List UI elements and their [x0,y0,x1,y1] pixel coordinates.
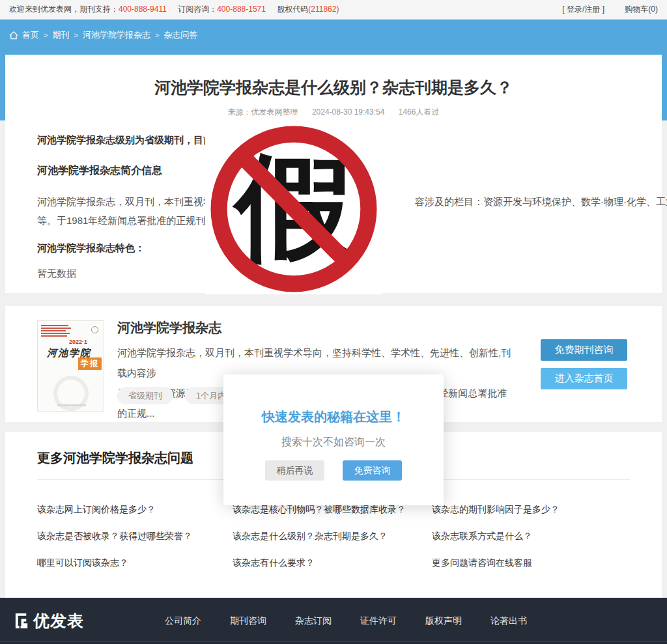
article-source: 来源：优发表网整理 [228,107,298,117]
article-meta: 来源：优发表网整理 2024-08-30 19:43:54 1466人看过 [5,107,662,118]
consult-popup: 快速发表的秘籍在这里！ 搜索十次不如咨询一次 稍后再说 免费咨询 [223,374,444,505]
question-link[interactable]: 该杂志网上订阅价格是多少？ [37,504,233,516]
login-register-link[interactable]: [ 登录/注册 ] [562,5,604,14]
cover-decoration-lines [41,325,71,338]
support-phone: 400-888-9411 [119,5,167,14]
breadcrumb-journals[interactable]: 期刊 [52,29,69,41]
enter-journal-home-button[interactable]: 进入杂志首页 [541,368,627,389]
cover-emblem-icon [91,326,98,333]
footer-link-about[interactable]: 公司简介 [165,615,201,627]
footer: 优发表 公司简介 期刊咨询 杂志订阅 证件许可 版权声明 论著出书 [0,598,667,644]
page: 欢迎来到优发表网，期刊支持：400-888-9411 订阅咨询：400-888-… [0,0,667,644]
subscribe-label: 订阅咨询： [178,5,217,14]
footer-link-publish-book[interactable]: 论著出书 [490,615,527,627]
footer-link-copyright[interactable]: 版权声明 [425,615,462,627]
journal-cover-image[interactable]: 2022·1 河池学院 学报 [37,320,104,412]
fake-stamp-image: 假 [205,124,382,294]
breadcrumb-separator: > [155,31,159,39]
subscribe-phone: 400-888-1571 [217,5,266,14]
breadcrumb-separator: > [44,31,48,39]
question-link[interactable]: 该杂志是否被收录？获得过哪些荣誉？ [37,531,233,542]
article-views: 1466人看过 [399,107,440,117]
breadcrumb-home[interactable]: 首页 [22,29,39,41]
stock-code: (211862) [308,5,339,14]
question-link[interactable]: 该杂志的期刊影响因子是多少？ [432,504,630,516]
question-link[interactable]: 哪里可以订阅该杂志？ [37,557,233,569]
cart-link[interactable]: 购物车(0) [625,5,658,14]
article-datetime: 2024-08-30 19:43:54 [312,107,384,117]
question-link[interactable]: 该杂志有什么要求？ [233,557,432,569]
question-link[interactable]: 该杂志是什么级别？杂志刊期是多久？ [233,531,432,542]
free-consult-button[interactable]: 免费期刊咨询 [541,339,627,361]
footer-nav: 公司简介 期刊咨询 杂志订阅 证件许可 版权声明 论著出书 [165,615,527,627]
footer-divider [0,641,667,642]
youfabiao-logo-icon [13,612,31,630]
footer-link-license[interactable]: 证件许可 [360,615,397,627]
question-link[interactable]: 更多问题请咨询在线客服 [432,557,630,569]
later-button[interactable]: 稍后再说 [265,460,324,481]
question-link[interactable]: 该杂志联系方式是什么？ [432,531,630,542]
home-icon [9,31,18,40]
popup-subtitle: 搜索十次不如咨询一次 [223,436,444,449]
breadcrumb: 首页 > 期刊 > 河池学院学报杂志 > 杂志问答 [9,29,667,41]
footer-link-journal-consult[interactable]: 期刊咨询 [230,615,266,627]
popup-title: 快速发表的秘籍在这里！ [223,408,444,426]
free-consult-popup-button[interactable]: 免费咨询 [343,460,402,481]
cover-badge: 学报 [78,357,102,370]
popup-buttons: 稍后再说 免费咨询 [223,460,444,481]
article-panel: 河池学院学报杂志是什么级别？杂志刊期是多久？ 来源：优发表网整理 2024-08… [5,55,662,293]
site-logo[interactable]: 优发表 [13,610,84,632]
breadcrumb-current[interactable]: 杂志问答 [163,29,197,41]
cover-issue: 2022·1 [69,339,87,345]
breadcrumb-journal-name[interactable]: 河池学院学报杂志 [83,29,150,41]
cover-footer-mark [57,404,86,406]
question-link[interactable]: 该杂志是核心刊物吗？被哪些数据库收录？ [233,504,432,516]
page-title: 河池学院学报杂志是什么级别？杂志刊期是多久？ [5,77,662,98]
paragraph-right-fragment: 容涉及的栏目：资源开发与环境保护、数学·物理·化学、工业技术 [415,192,667,211]
journal-title[interactable]: 河池学院学报杂志 [117,319,221,337]
site-logo-text: 优发表 [33,610,84,632]
topbar-info: 欢迎来到优发表网，期刊支持：400-888-9411 订阅咨询：400-888-… [9,4,339,15]
footer-link-subscribe[interactable]: 杂志订阅 [295,615,332,627]
tag-provincial-journal: 省级期刊 [117,387,173,404]
prohibition-sign-icon: 假 [208,124,379,294]
top-utility-bar: 欢迎来到优发表网，期刊支持：400-888-9411 订阅咨询：400-888-… [0,0,667,20]
topbar-actions: [ 登录/注册 ] 购物车(0) [544,4,658,15]
questions-grid: 该杂志网上订阅价格是多少？ 该杂志是核心刊物吗？被哪些数据库收录？ 该杂志的期刊… [37,504,630,569]
welcome-text: 欢迎来到优发表网，期刊支持： [9,5,119,14]
stock-label: 股权代码 [277,5,308,14]
breadcrumb-separator: > [74,31,78,39]
